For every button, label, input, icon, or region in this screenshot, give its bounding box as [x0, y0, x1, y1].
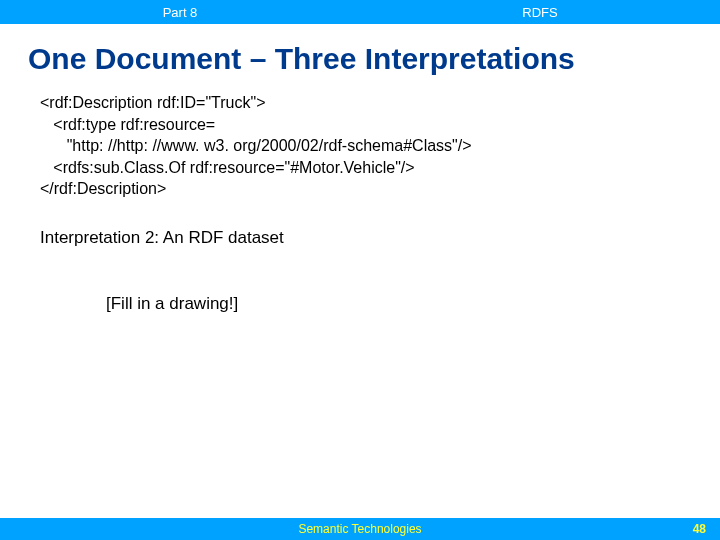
footer-page-number: 48 [693, 522, 706, 536]
interpretation-label: Interpretation 2: An RDF dataset [40, 228, 680, 248]
slide-footer: Semantic Technologies 48 [0, 518, 720, 540]
footer-title: Semantic Technologies [298, 522, 421, 536]
slide-title: One Document – Three Interpretations [0, 24, 720, 86]
header-right: RDFS [360, 0, 720, 24]
slide-header: Part 8 RDFS [0, 0, 720, 24]
slide-body: <rdf:Description rdf:ID="Truck"> <rdf:ty… [0, 86, 720, 540]
slide: Part 8 RDFS One Document – Three Interpr… [0, 0, 720, 540]
header-left: Part 8 [0, 0, 360, 24]
drawing-placeholder: [Fill in a drawing!] [106, 294, 680, 314]
code-block: <rdf:Description rdf:ID="Truck"> <rdf:ty… [40, 92, 680, 200]
